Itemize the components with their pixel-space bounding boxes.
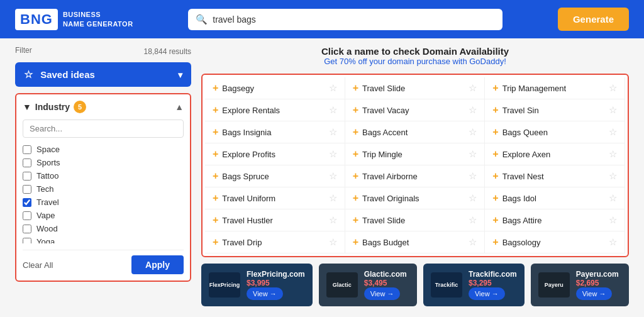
travel-checkbox[interactable]: [23, 198, 31, 207]
name-cell[interactable]: +Bags Spruce ☆: [205, 165, 345, 187]
favorite-icon[interactable]: ☆: [329, 126, 337, 138]
domain-card: Payeru Payeru.com $2,695 View →: [531, 264, 629, 306]
name-cell[interactable]: +Explore Axen ☆: [485, 143, 625, 165]
plus-icon: +: [353, 82, 358, 94]
plus-icon: +: [492, 170, 498, 182]
plus-icon: +: [213, 192, 218, 204]
results-area: Click a name to check Domain Availabilit…: [201, 46, 629, 306]
name-cell[interactable]: +Travel Slide ☆: [345, 77, 486, 99]
favorite-icon[interactable]: ☆: [469, 192, 477, 204]
view-button[interactable]: View →: [576, 287, 613, 300]
favorite-icon[interactable]: ☆: [609, 82, 617, 94]
favorite-icon[interactable]: ☆: [609, 170, 617, 182]
favorite-icon[interactable]: ☆: [469, 82, 477, 94]
favorite-icon[interactable]: ☆: [329, 236, 337, 248]
top-notice: Click a name to check Domain Availabilit…: [201, 46, 629, 66]
domain-info: Glactic.com $3,495 View →: [364, 270, 409, 300]
favorite-icon[interactable]: ☆: [609, 236, 617, 248]
name-cell[interactable]: +Travel Sin ☆: [485, 99, 625, 121]
domain-logo: FlexPricing: [209, 272, 240, 298]
sports-checkbox[interactable]: [23, 158, 31, 167]
favorite-icon[interactable]: ☆: [329, 82, 337, 94]
list-item: Yoga: [23, 235, 184, 243]
logo-text: BUSINESS NAME GENERATOR: [63, 10, 133, 28]
sidebar: Filter 18,844 results ☆ Saved ideas ▾ ▼ …: [15, 46, 191, 306]
filter-label: Filter: [15, 46, 32, 55]
industry-badge: 5: [74, 101, 86, 113]
plus-icon: +: [213, 148, 218, 160]
favorite-icon[interactable]: ☆: [329, 104, 337, 116]
yoga-checkbox[interactable]: [23, 238, 31, 244]
name-cell[interactable]: +Travel Drip ☆: [205, 231, 345, 253]
favorite-icon[interactable]: ☆: [329, 214, 337, 226]
collapse-icon[interactable]: ▲: [175, 102, 184, 112]
favorite-icon[interactable]: ☆: [469, 104, 477, 116]
generate-button[interactable]: Generate: [558, 8, 629, 31]
space-checkbox[interactable]: [23, 145, 31, 154]
name-cell[interactable]: +Trip Mingle ☆: [345, 143, 486, 165]
plus-icon: +: [353, 170, 358, 182]
view-button[interactable]: View →: [247, 287, 283, 300]
name-cell[interactable]: +Travel Slide ☆: [345, 209, 486, 231]
logo-bng: BNG: [15, 9, 58, 30]
favorite-icon[interactable]: ☆: [329, 192, 337, 204]
name-cell[interactable]: +Bags Attire ☆: [485, 209, 625, 231]
name-cell[interactable]: +Bagsology ☆: [485, 231, 625, 253]
saved-ideas-button[interactable]: ☆ Saved ideas ▾: [15, 62, 191, 87]
header: BNG BUSINESS NAME GENERATOR 🔍 Generate: [0, 0, 644, 38]
name-cell[interactable]: +Travel Originals ☆: [345, 187, 486, 209]
plus-icon: +: [213, 170, 218, 182]
favorite-icon[interactable]: ☆: [469, 126, 477, 138]
domain-notice-text: Click a name to check Domain Availabilit…: [201, 46, 629, 57]
name-cell[interactable]: +Bags Accent ☆: [345, 121, 486, 143]
favorite-icon[interactable]: ☆: [469, 148, 477, 160]
name-cell[interactable]: +Travel Hustler ☆: [205, 209, 345, 231]
names-grid: +Bagsegy ☆ +Travel Slide ☆ +Trip Managem…: [201, 74, 629, 257]
industry-search-input[interactable]: [23, 120, 184, 138]
industry-label: Industry: [35, 102, 70, 112]
list-item: Wood: [23, 222, 184, 235]
favorite-icon[interactable]: ☆: [609, 192, 617, 204]
name-cell[interactable]: +Bags Queen ☆: [485, 121, 625, 143]
industry-title: ▼ Industry 5: [23, 101, 86, 113]
vape-checkbox[interactable]: [23, 211, 31, 220]
name-cell[interactable]: +Explore Profits ☆: [205, 143, 345, 165]
plus-icon: +: [213, 214, 218, 226]
name-cell[interactable]: +Bags Budget ☆: [345, 231, 486, 253]
favorite-icon[interactable]: ☆: [609, 148, 617, 160]
favorite-icon[interactable]: ☆: [329, 170, 337, 182]
tattoo-checkbox[interactable]: [23, 172, 31, 181]
plus-icon: +: [213, 126, 218, 138]
view-button[interactable]: View →: [469, 287, 505, 300]
name-cell[interactable]: +Bagsegy ☆: [205, 77, 345, 99]
favorite-icon[interactable]: ☆: [609, 104, 617, 116]
name-cell[interactable]: +Trip Management ☆: [485, 77, 625, 99]
plus-icon: +: [353, 148, 358, 160]
domain-url: Glactic.com: [364, 270, 409, 279]
plus-icon: +: [492, 126, 498, 138]
name-cell[interactable]: +Travel Airborne ☆: [345, 165, 486, 187]
view-button[interactable]: View →: [364, 287, 401, 300]
clear-all-button[interactable]: Clear All: [23, 260, 53, 270]
industry-header: ▼ Industry 5 ▲: [23, 101, 184, 113]
apply-button[interactable]: Apply: [131, 255, 184, 274]
search-input[interactable]: [213, 14, 495, 25]
name-cell[interactable]: +Bags Insignia ☆: [205, 121, 345, 143]
favorite-icon[interactable]: ☆: [469, 236, 477, 248]
name-cell[interactable]: +Travel Vacay ☆: [345, 99, 486, 121]
name-cell[interactable]: +Bags Idol ☆: [485, 187, 625, 209]
favorite-icon[interactable]: ☆: [609, 126, 617, 138]
name-cell[interactable]: +Explore Rentals ☆: [205, 99, 345, 121]
star-icon: ☆: [24, 69, 33, 80]
main-content: Filter 18,844 results ☆ Saved ideas ▾ ▼ …: [0, 38, 644, 314]
domain-card: FlexPricing FlexPricing.com $3,995 View …: [201, 264, 313, 306]
wood-checkbox[interactable]: [23, 225, 31, 233]
favorite-icon[interactable]: ☆: [469, 214, 477, 226]
favorite-icon[interactable]: ☆: [329, 148, 337, 160]
tech-checkbox[interactable]: [23, 185, 31, 194]
domain-logo: Trackific: [431, 272, 462, 298]
name-cell[interactable]: +Travel Nest ☆: [485, 165, 625, 187]
favorite-icon[interactable]: ☆: [469, 170, 477, 182]
favorite-icon[interactable]: ☆: [609, 214, 617, 226]
name-cell[interactable]: +Travel Uniform ☆: [205, 187, 345, 209]
